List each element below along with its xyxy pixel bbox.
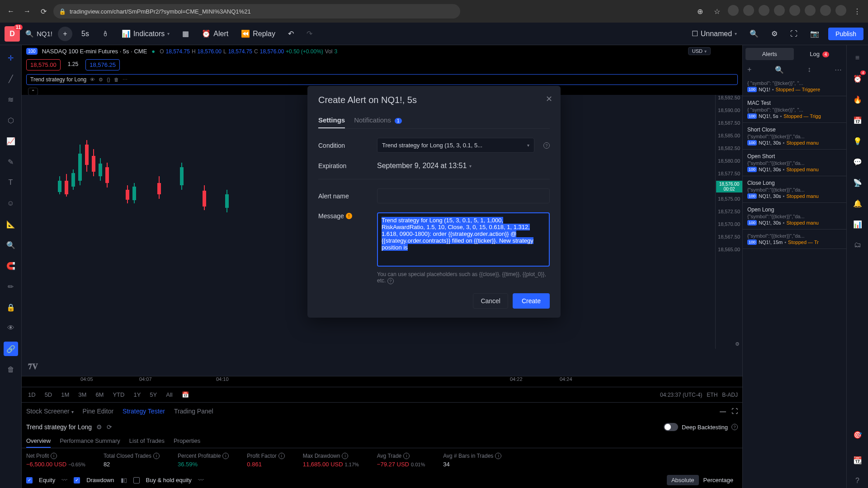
create-button[interactable]: Create xyxy=(513,293,550,309)
object-tree-icon[interactable]: 🗂 xyxy=(850,238,865,252)
buyhold-checkbox[interactable] xyxy=(133,477,140,483)
link-tool-icon[interactable]: 🔗 xyxy=(4,342,18,356)
alert-list-item[interactable]: Open Long{"symbol":"{{ticker}}","da...10… xyxy=(743,203,846,230)
pattern-tool-icon[interactable]: ⬡ xyxy=(4,113,18,127)
extension-puzzle-icon[interactable] xyxy=(820,5,831,16)
tab-log[interactable]: Log 4 xyxy=(796,48,844,60)
fullscreen-icon[interactable]: ⛶ xyxy=(787,28,801,40)
subtab-overview[interactable]: Overview xyxy=(26,435,51,448)
alertname-input[interactable] xyxy=(377,188,550,203)
add-alert-icon[interactable]: + xyxy=(747,66,751,74)
zoom-tool-icon[interactable]: 🔍 xyxy=(4,238,18,252)
bookmark-star-icon[interactable]: ☆ xyxy=(711,5,723,18)
alert-list-item[interactable]: MAC Test{ "symbol": "{{ticker}}", "...10… xyxy=(743,96,846,123)
url-bar[interactable]: 🔒 tradingview.com/chart/SmPmBPr2/?symbol… xyxy=(53,4,460,19)
quick-search-icon[interactable]: 🔍 xyxy=(746,28,762,40)
reload-icon[interactable]: ⟳ xyxy=(37,5,50,18)
layouts-button[interactable]: ▦ xyxy=(179,28,193,40)
tester-settings-icon[interactable]: ⚙ xyxy=(96,423,102,431)
replay-button[interactable]: ⏪ Replay xyxy=(237,28,279,40)
time-axis[interactable]: 04:05 04:07 04:10 04:22 04:24 xyxy=(22,376,742,387)
absolute-button[interactable]: Absolute xyxy=(667,475,699,485)
calendar2-icon[interactable]: 📆 xyxy=(850,453,865,467)
subtab-performance[interactable]: Performance Summary xyxy=(60,435,120,448)
alert-list-item[interactable]: Short Close{"symbol":"{{ticker}}","da...… xyxy=(743,123,846,150)
layout-name-button[interactable]: ☐ Unnamed ▾ xyxy=(688,28,741,40)
collapse-icon[interactable]: ⌃ xyxy=(28,88,38,95)
help-icon[interactable]: ? xyxy=(543,142,550,149)
profile-avatar-icon[interactable] xyxy=(835,5,846,16)
extension-icon[interactable] xyxy=(774,5,785,16)
extension-icon[interactable] xyxy=(789,5,800,16)
interval-button[interactable]: 5s xyxy=(78,28,93,40)
streams-icon[interactable]: 📡 xyxy=(850,175,865,190)
message-textarea[interactable]: Trend strategy for Long (15, 3, 0.1, 5, … xyxy=(377,212,550,267)
help-icon[interactable]: i xyxy=(403,453,410,459)
tab-alerts[interactable]: Alerts xyxy=(745,48,794,60)
tf-1m[interactable]: 1M xyxy=(59,390,71,399)
target-icon[interactable]: 🎯 xyxy=(850,427,865,442)
delete-icon[interactable]: 🗑 xyxy=(114,77,119,82)
kebab-menu-icon[interactable]: ⋮ xyxy=(851,5,863,18)
measure-tool-icon[interactable]: 📐 xyxy=(4,217,18,231)
equity-checkbox[interactable]: ✓ xyxy=(26,477,33,483)
add-button[interactable]: + xyxy=(58,27,72,41)
delete-tool-icon[interactable]: 🗑 xyxy=(4,362,18,377)
ideas-icon[interactable]: 💡 xyxy=(850,134,865,148)
help-icon[interactable]: i xyxy=(342,453,348,459)
drawing-mode-icon[interactable]: ✏ xyxy=(4,279,18,294)
alert-list-item[interactable]: Open Short{"symbol":"{{ticker}}","da...1… xyxy=(743,150,846,176)
condition-dropdown[interactable]: Trend strategy for Long (15, 3, 0.1, 5..… xyxy=(377,138,534,153)
tf-ytd[interactable]: YTD xyxy=(111,390,126,399)
axis-settings-gear-icon[interactable]: ⚙ xyxy=(735,341,740,347)
back-icon[interactable]: ← xyxy=(5,5,17,18)
strategy-indicator-badge[interactable]: Trend strategy for Long 👁 ⚙ {} 🗑 ⋯ xyxy=(26,74,738,85)
chat-icon[interactable]: 💬 xyxy=(850,155,865,169)
extension-icon[interactable] xyxy=(728,5,739,16)
candle-type-button[interactable]: 🕯 xyxy=(98,28,113,40)
tab-strategy-tester[interactable]: Strategy Tester xyxy=(123,408,165,415)
tab-trading-panel[interactable]: Trading Panel xyxy=(174,408,213,415)
lock-tool-icon[interactable]: 🔒 xyxy=(4,300,18,314)
b-adj[interactable]: B-ADJ xyxy=(722,392,738,398)
user-menu-button[interactable]: D 11 xyxy=(5,26,20,42)
brush-tool-icon[interactable]: ✎ xyxy=(4,155,18,169)
subtab-properties[interactable]: Properties xyxy=(174,435,200,448)
settings-gear-icon[interactable]: ⚙ xyxy=(768,28,781,40)
undo-button[interactable]: ↶ xyxy=(284,28,297,40)
help-icon[interactable]: ? xyxy=(731,424,738,430)
alert-list-item[interactable]: { "symbol": "{{ticker}}", "...100NQ1!•St… xyxy=(743,77,846,96)
help-icon[interactable]: i xyxy=(51,453,57,459)
tf-6m[interactable]: 6M xyxy=(94,390,105,399)
tf-all[interactable]: All xyxy=(164,390,174,399)
search-alerts-icon[interactable]: 🔍 xyxy=(775,66,784,74)
notifications-bell-icon[interactable]: 🔔 xyxy=(850,196,865,211)
help-icon[interactable]: ? xyxy=(850,474,865,488)
session-eth[interactable]: ETH xyxy=(707,392,717,398)
modal-tab-settings[interactable]: Settings xyxy=(318,113,345,128)
close-icon[interactable]: ✕ xyxy=(546,94,552,104)
maximize-icon[interactable]: ⛶ xyxy=(731,408,738,415)
more-alerts-icon[interactable]: ⋯ xyxy=(835,66,842,74)
subtab-trades[interactable]: List of Trades xyxy=(129,435,165,448)
tf-5y[interactable]: 5Y xyxy=(148,390,159,399)
sort-alerts-icon[interactable]: ↕ xyxy=(807,66,811,74)
modal-tab-notifications[interactable]: Notifications 1 xyxy=(354,113,401,128)
symbol-name[interactable]: NASDAQ 100 E-mini Futures · 5s · CME xyxy=(42,48,147,55)
watchlist-icon[interactable]: ≡ xyxy=(850,51,865,65)
extension-icon[interactable] xyxy=(743,5,754,16)
eye-icon[interactable]: 👁 xyxy=(90,77,95,82)
extension-icon[interactable] xyxy=(759,5,769,16)
text-tool-icon[interactable]: T xyxy=(4,175,18,190)
alert-list-item[interactable]: Close Long{"symbol":"{{ticker}}","da...1… xyxy=(743,176,846,203)
help-icon[interactable]: i xyxy=(153,453,160,459)
symbol-search-button[interactable]: 🔍 NQ1! xyxy=(25,30,52,38)
dom-icon[interactable]: 📊 xyxy=(850,217,865,231)
emoji-tool-icon[interactable]: ☺ xyxy=(4,196,18,211)
cursor-tool-icon[interactable]: ✛ xyxy=(4,51,18,65)
tf-1y[interactable]: 1Y xyxy=(132,390,142,399)
help-icon[interactable]: i xyxy=(222,453,229,459)
currency-selector[interactable]: USD▾ xyxy=(688,47,711,55)
code-icon[interactable]: {} xyxy=(107,77,110,82)
fib-tool-icon[interactable]: ≋ xyxy=(4,92,18,107)
